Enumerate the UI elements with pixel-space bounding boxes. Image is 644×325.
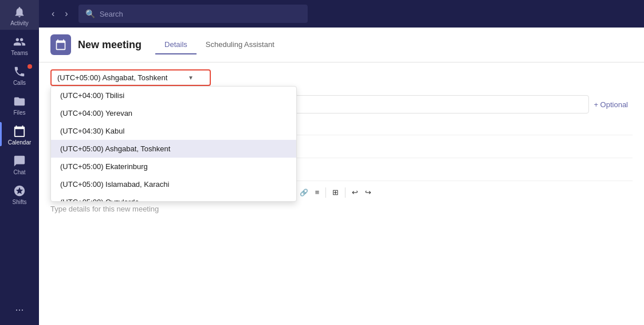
table-button[interactable]: ⊞ [329,186,341,199]
content-area: (UTC+05:00) Ashgabat, Toshkent ▼ (UTC+04… [39,62,644,224]
redo-button[interactable]: ↪ [362,186,374,199]
meeting-icon [50,34,71,55]
sidebar: Activity Teams Calls Files Calendar Chat… [0,0,39,325]
main-content: New meeting Details Scheduling Assistant… [39,28,644,325]
indent-button[interactable]: ≡ [312,186,323,199]
timezone-value: (UTC+05:00) Ashgabat, Toshkent [57,73,167,82]
sidebar-item-label: Files [13,109,25,116]
search-icon: 🔍 [85,9,95,18]
optional-button[interactable]: + Optional [589,98,633,111]
timezone-dropdown: (UTC+04:00) Tbilisi (UTC+04:00) Yerevan … [50,86,297,202]
tab-scheduling[interactable]: Scheduling Assistant [197,36,284,54]
sidebar-item-label: Calendar [8,139,32,146]
search-input[interactable] [100,10,301,18]
dropdown-item-4[interactable]: (UTC+05:00) Ekaterinburg [51,158,296,175]
dropdown-item-2[interactable]: (UTC+04:30) Kabul [51,122,296,140]
sidebar-item-activity[interactable]: Activity [0,0,39,30]
meeting-tabs: Details Scheduling Assistant [155,36,284,54]
sidebar-item-label: Teams [11,50,28,56]
search-bar: 🔍 [78,5,308,23]
link-button[interactable]: 🔗 [297,186,311,199]
sidebar-item-calendar[interactable]: Calendar [0,119,39,149]
sidebar-item-teams[interactable]: Teams [0,30,39,60]
sidebar-item-label: Calls [13,80,26,86]
dropdown-item-6[interactable]: (UTC+05:00) Qyzylorda [51,193,296,201]
dropdown-item-3[interactable]: (UTC+05:00) Ashgabat, Toshkent [51,140,296,158]
sidebar-more[interactable]: ... [15,296,23,319]
toolbar-sep-7 [345,187,345,198]
editor-area[interactable]: Type details for this new meeting [50,201,633,217]
chevron-down-icon: ▼ [188,75,194,81]
toolbar-sep-6 [325,187,326,198]
meeting-header: New meeting Details Scheduling Assistant [39,28,644,62]
sidebar-item-label: Chat [13,169,25,175]
meeting-title: New meeting [78,39,142,51]
dropdown-item-0[interactable]: (UTC+04:00) Tbilisi [51,87,296,104]
nav-buttons: ‹ › [48,6,72,21]
sidebar-item-shifts[interactable]: Shifts [0,179,39,209]
tab-details[interactable]: Details [155,36,197,54]
dropdown-item-5[interactable]: (UTC+05:00) Islamabad, Karachi [51,175,296,193]
forward-button[interactable]: › [61,6,71,21]
back-button[interactable]: ‹ [48,6,58,21]
sidebar-item-calls[interactable]: Calls [0,60,39,89]
sidebar-item-chat[interactable]: Chat [0,149,39,179]
topbar: ‹ › 🔍 [39,0,644,28]
timezone-select[interactable]: (UTC+05:00) Ashgabat, Toshkent ▼ [50,69,211,86]
dropdown-list: (UTC+04:00) Tbilisi (UTC+04:00) Yerevan … [51,87,296,201]
dropdown-item-1[interactable]: (UTC+04:00) Yerevan [51,104,296,122]
sidebar-item-files[interactable]: Files [0,89,39,119]
undo-button[interactable]: ↩ [349,186,361,199]
sidebar-item-label: Shifts [12,199,26,205]
sidebar-item-label: Activity [10,20,29,26]
timezone-wrapper: (UTC+05:00) Ashgabat, Toshkent ▼ (UTC+04… [50,69,211,86]
